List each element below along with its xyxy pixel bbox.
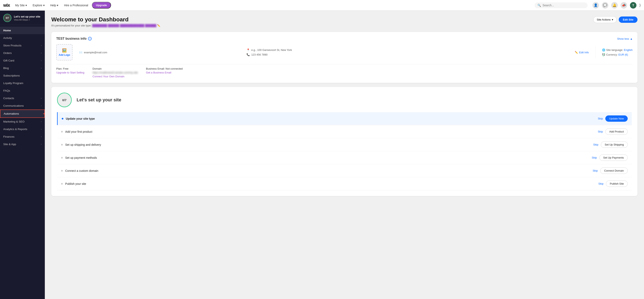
analytics-chevron-icon: › [41,128,42,130]
sidebar-item-automations[interactable]: Automations [0,109,45,118]
setup-title: Let's set up your site [14,15,40,18]
sidebar-item-contacts[interactable]: Contacts › [0,94,45,102]
sidebar-item-store-products[interactable]: Store Products › [0,42,45,49]
setup-text-block: Let's set up your site View All Steps > [14,15,40,21]
step-1-left: Update your site type [62,117,95,120]
dashboard-title-block: Welcome to your Dashboard It's personali… [51,16,160,27]
edit-pencil-icon: ✏️ [575,51,578,54]
setup-step-3: Set up shipping and delivery Skip Set Up… [57,138,632,151]
sidebar-blog-label: Blog [3,66,41,70]
language-link[interactable]: English [624,48,632,51]
step-6-actions: Skip Publish Site [598,181,628,187]
edit-site-type-icon[interactable]: ✏️ [157,24,160,27]
sidebar-analytics-label: Analytics & Reports [3,128,41,131]
view-all-steps-link[interactable]: View All Steps > [14,18,40,21]
contact-fields: ✉️ example@mail.com [79,51,240,54]
sidebar-item-finances[interactable]: Finances › [0,133,45,140]
domain-blurred-value: https://mailfortest3.wixsite.com/my-site [92,71,138,74]
sidebar-item-activity[interactable]: Activity [0,34,45,42]
blog-chevron-icon: › [41,67,42,69]
sidebar-item-subscriptions[interactable]: Subscriptions [0,72,45,79]
site-app-chevron-icon: › [41,143,42,145]
setup-step-4: Set up payment methods Skip Set Up Payme… [57,151,632,164]
site-lang-currency-block: 🌐 Site language: English 💱 Currency: EUR… [602,48,632,56]
get-business-email-link[interactable]: Get a Business Email [146,71,183,74]
setup-step-6: Publish your site Skip Publish Site [57,177,632,190]
step-5-skip-button[interactable]: Skip [593,169,598,172]
edit-info-button[interactable]: ✏️ Edit Info [575,51,589,54]
help-menu[interactable]: Help ▾ [48,2,60,8]
sidebar-item-loyalty-program[interactable]: Loyalty Program [0,79,45,87]
step-3-action-button[interactable]: Set Up Shipping [601,141,628,148]
site-actions-button[interactable]: Site Actions ▾ [593,16,617,23]
step-3-text: Set up shipping and delivery [65,143,101,146]
search-bar[interactable]: 🔍 [534,2,588,8]
site-type-link[interactable]: ████████ ██████ █████████████ ██████ [92,24,156,27]
chat-icon[interactable]: 💬 [602,2,608,8]
expand-icon[interactable]: ⟩ [639,3,641,7]
site-actions-label: Site Actions [597,18,610,21]
step-5-action-button[interactable]: Connect Domain [600,168,628,174]
notification-icon[interactable]: 🔔 [611,2,618,8]
business-info-card: TEST business info i Show less ▲ 🖼️ Add … [51,32,638,83]
profile-icon[interactable]: 👤 [592,2,599,8]
step-6-text: Publish your site [65,182,86,185]
image-icon: 🖼️ [62,48,66,53]
business-info-header: TEST business info i Show less ▲ [56,37,632,40]
my-site-menu[interactable]: My Site ▾ [13,2,29,8]
setup-progress-text: 0/7 [6,17,9,19]
megaphone-icon[interactable]: 📣 [620,2,627,8]
currency-link[interactable]: EUR (€) [618,53,628,56]
sidebar-item-faqs[interactable]: FAQs [0,87,45,94]
setup-guide-progress: 0/7 [62,98,66,102]
upgrade-link[interactable]: Upgrade to Start Selling [56,71,84,74]
address-row: 📍 e.g., 100 Gansevoort St, New York [246,48,568,51]
dashboard-title: Welcome to your Dashboard [51,16,160,23]
step-4-skip-button[interactable]: Skip [592,156,597,159]
sidebar-item-communications[interactable]: Communications › [0,102,45,109]
edit-site-button[interactable]: Edit Site [619,16,638,23]
sidebar-setup-section[interactable]: 0/7 Let's set up your site View All Step… [0,10,45,25]
dashboard-header: Welcome to your Dashboard It's personali… [51,16,638,27]
sidebar-item-marketing-seo[interactable]: Marketing & SEO › [0,118,45,125]
sidebar: 0/7 Let's set up your site View All Step… [0,10,45,299]
info-icon[interactable]: i [88,37,92,40]
step-6-action-button[interactable]: Publish Site [606,181,628,187]
sidebar-item-orders[interactable]: Orders › [0,49,45,57]
communications-chevron-icon: › [41,105,42,107]
step-2-left: Add your first product [61,130,92,133]
sidebar-marketing-label: Marketing & SEO [3,120,41,123]
setup-steps-list: Update your site type Skip Update Now Ad… [57,112,632,190]
add-logo-button[interactable]: 🖼️ Add Logo [56,44,72,60]
show-less-button[interactable]: Show less ▲ [617,37,632,40]
sidebar-item-home[interactable]: Home [0,27,45,34]
step-5-actions: Skip Connect Domain [593,168,628,174]
hire-pro-link[interactable]: Hire a Professional [62,2,90,8]
step-4-action-button[interactable]: Set Up Payments [600,154,628,161]
setup-step-5: Connect a custom domain Skip Connect Dom… [57,164,632,177]
app-layout: 0/7 Let's set up your site View All Step… [0,10,644,299]
step-3-skip-button[interactable]: Skip [593,143,598,146]
step-2-skip-button[interactable]: Skip [598,130,603,133]
step-6-skip-button[interactable]: Skip [598,182,604,185]
step-1-text: Update your site type [66,117,95,120]
connect-domain-link[interactable]: Connect Your Own Domain [92,75,138,78]
step-2-text: Add your first product [65,130,92,133]
sidebar-item-gift-card[interactable]: Gift Card › [0,57,45,64]
step-1-skip-button[interactable]: Skip [598,117,603,120]
step-2-action-button[interactable]: Add Product [605,128,628,135]
sidebar-automations-label: Automations [4,112,41,115]
sidebar-subscriptions-label: Subscriptions [3,74,42,77]
hire-pro-label: Hire a Professional [64,4,88,7]
sidebar-item-site-app[interactable]: Site & App › [0,140,45,148]
step-4-dot [61,157,63,159]
sidebar-communications-label: Communications [3,104,41,107]
avatar[interactable]: T [630,2,636,8]
sidebar-item-analytics-reports[interactable]: Analytics & Reports › [0,125,45,133]
explore-menu[interactable]: Explore ▾ [30,2,46,8]
help-chevron-icon: ▾ [57,4,58,7]
sidebar-item-blog[interactable]: Blog › [0,64,45,72]
search-input[interactable] [542,4,585,7]
step-1-action-button[interactable]: Update Now [605,115,628,122]
upgrade-button[interactable]: Upgrade [92,2,111,8]
